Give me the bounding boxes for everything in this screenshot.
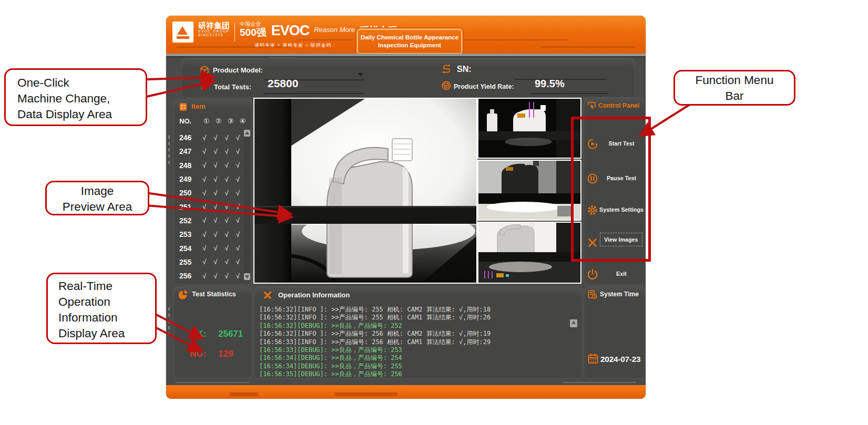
plaque-wing-right xyxy=(464,39,569,40)
table-row[interactable]: 248√√√√ xyxy=(176,159,243,172)
check-mark: √ xyxy=(199,134,210,142)
check-mark: √ xyxy=(221,203,232,211)
callout-line: Display Area xyxy=(58,326,155,341)
callout-line: One-Click xyxy=(17,75,146,91)
yield-rate-label: Product Yield Rate: xyxy=(454,83,514,90)
check-mark: √ xyxy=(221,134,232,142)
log-scroll-up-button[interactable] xyxy=(570,319,577,327)
log-line: [16:56:34][DEBUG]: >>良品，产品编号: 254 xyxy=(259,354,568,362)
system-time-title: System Time xyxy=(600,291,639,298)
callout-line: Information xyxy=(58,310,155,326)
yield-rate-icon xyxy=(441,80,452,91)
total-tests-icon: Σ xyxy=(201,80,207,90)
table-row[interactable]: 254√√√√ xyxy=(176,241,243,255)
item-panel: Item NO. ① ② ③ ④ 246√√√√ 247√√√√ 248√√√√… xyxy=(173,99,252,285)
frame-strip xyxy=(166,56,646,57)
check-mark: √ xyxy=(232,272,243,280)
callout-line: Real-Time xyxy=(58,278,155,294)
group-since: SINCE1978 xyxy=(198,34,230,37)
table-row[interactable]: 249√√√√ xyxy=(176,172,243,186)
app-header: 研祥集团 EVOC GROUP SINCE1978 中国企业 500强 EVOC… xyxy=(166,16,646,54)
arrow-up-icon xyxy=(245,131,249,134)
scroll-down-button[interactable] xyxy=(244,273,250,280)
total-tests-value: 25800 xyxy=(268,77,298,90)
check-mark: √ xyxy=(210,148,221,156)
table-row[interactable]: 252√√√√ xyxy=(176,214,243,227)
check-mark: √ xyxy=(232,244,243,252)
frame-line xyxy=(563,382,636,383)
col-no: NO. xyxy=(176,117,200,125)
app-title-line2: Inspection Equipment xyxy=(358,42,462,49)
check-mark: √ xyxy=(210,134,221,142)
log-line: [16:56:33][DEBUG]: >>良品，产品编号: 253 xyxy=(259,346,568,354)
row-number: 252 xyxy=(176,216,199,225)
check-mark: √ xyxy=(221,244,232,252)
product-model-icon xyxy=(199,65,210,76)
check-mark: √ xyxy=(232,134,243,142)
table-row[interactable]: 250√√√√ xyxy=(176,186,243,200)
check-mark: √ xyxy=(232,148,243,156)
callout-line: Function Menu xyxy=(675,72,794,88)
row-number: 249 xyxy=(176,175,199,183)
callout-line: Operation xyxy=(58,294,155,310)
table-row[interactable]: 247√√√√ xyxy=(176,144,243,158)
check-mark: √ xyxy=(199,148,210,156)
log-line: [16:56:32][INFO ]: >>产品编号: 255 相机: CAM1 … xyxy=(259,314,568,322)
row-number: 256 xyxy=(176,272,199,280)
header-deco xyxy=(540,46,635,48)
item-scrollbar[interactable] xyxy=(244,130,250,280)
table-row[interactable]: 253√√√√ xyxy=(176,227,243,241)
operation-information-panel: Operation Information [16:56:32][INFO ]:… xyxy=(253,286,583,379)
check-mark: √ xyxy=(232,189,243,197)
chevron-down-icon[interactable] xyxy=(358,73,363,76)
table-row[interactable]: 255√√√√ xyxy=(176,255,243,269)
check-mark: √ xyxy=(199,161,210,169)
ng-value: 129 xyxy=(218,349,233,359)
log-area[interactable]: [16:56:32][INFO ]: >>产品编号: 255 相机: CAM2 … xyxy=(259,306,568,379)
cn500-big: 500强 xyxy=(240,27,267,38)
table-row[interactable]: 256√√√√ xyxy=(176,269,243,283)
function-menu-highlight-rect xyxy=(571,117,651,262)
check-mark: √ xyxy=(199,175,210,183)
app-title-line1: Daily Chemical Bottle Appearance xyxy=(358,34,462,42)
check-mark: √ xyxy=(221,231,232,239)
cn500-top: 中国企业 xyxy=(240,22,267,27)
thumbnail-3[interactable] xyxy=(477,222,581,284)
item-table-body: 246√√√√ 247√√√√ 248√√√√ 249√√√√ 250√√√√ … xyxy=(176,131,243,283)
test-statistics-title: Test Statistics xyxy=(192,291,236,298)
check-mark: √ xyxy=(221,148,232,156)
thumbnail-1[interactable] xyxy=(477,98,581,159)
header-deco xyxy=(177,46,292,48)
yield-rate-underline xyxy=(530,93,608,94)
check-mark: √ xyxy=(199,203,210,211)
check-mark: √ xyxy=(232,216,243,224)
log-line: [16:56:34][DEBUG]: >>良品，产品编号: 255 xyxy=(259,362,568,370)
row-number: 255 xyxy=(176,258,199,266)
calendar-icon xyxy=(587,353,599,365)
pie-chart-icon xyxy=(178,289,188,299)
col-3: ③ xyxy=(224,117,237,125)
table-row[interactable]: 251√√√√ xyxy=(176,200,243,213)
callout-line: Machine Change, xyxy=(17,91,146,107)
check-mark: √ xyxy=(221,258,232,266)
col-4: ④ xyxy=(237,117,249,125)
check-mark: √ xyxy=(221,216,232,224)
callout-image-preview-area: Image Preview Area xyxy=(45,181,149,215)
thumbnail-2[interactable] xyxy=(477,160,581,221)
row-number: 250 xyxy=(176,189,199,197)
logo-slogan: 读码专家 + 屏检专家 = 研祥金码 xyxy=(254,42,332,49)
log-line: [16:56:32][INFO ]: >>产品编号: 256 相机: CAM2 … xyxy=(259,330,568,338)
scroll-up-button[interactable] xyxy=(244,130,250,137)
check-mark: √ xyxy=(221,272,232,280)
check-mark: √ xyxy=(199,231,210,239)
check-mark: √ xyxy=(210,272,221,280)
check-mark: √ xyxy=(199,189,210,197)
group-name-block: 研祥集团 EVOC GROUP SINCE1978 xyxy=(198,22,230,37)
check-mark: √ xyxy=(199,244,210,252)
check-mark: √ xyxy=(232,175,243,183)
table-row[interactable]: 246√√√√ xyxy=(176,131,243,144)
exit-button[interactable]: Exit xyxy=(584,267,645,283)
evoc-wordmark: EVOC xyxy=(271,23,310,39)
main-preview-image xyxy=(253,98,477,284)
check-mark: √ xyxy=(199,258,210,266)
